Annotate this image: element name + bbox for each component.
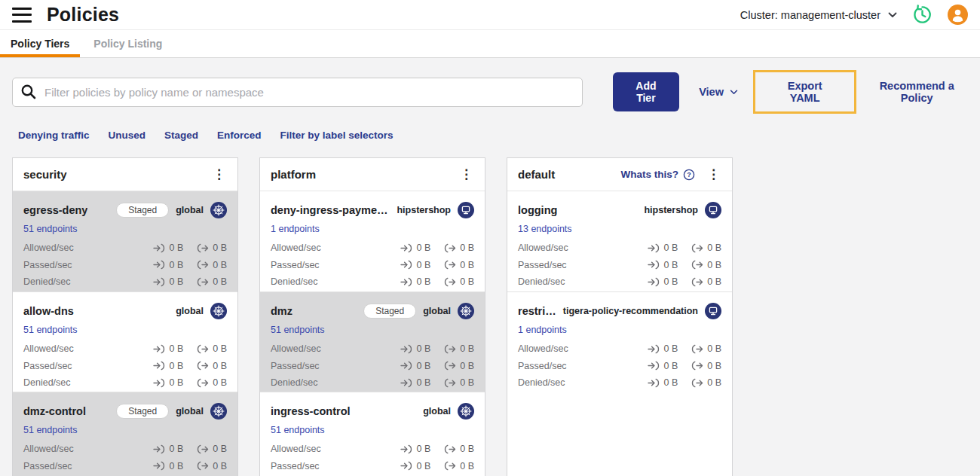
policy-card[interactable]: dmz Staged global bbox=[260, 291, 485, 392]
search-input[interactable] bbox=[12, 78, 583, 107]
endpoints-link[interactable]: 51 endpoints bbox=[23, 325, 78, 335]
filter-by-label-selectors[interactable]: Filter by label selectors bbox=[280, 130, 394, 141]
tier-header-actions: ? ⋮ bbox=[458, 166, 474, 182]
ingress-metric: 0 B bbox=[153, 377, 183, 388]
kebab-menu-icon[interactable]: ⋮ bbox=[706, 166, 721, 182]
ingress-bytes-value: 0 B bbox=[169, 444, 183, 454]
policy-card-top: dmz-control Staged global bbox=[23, 402, 227, 420]
metric-label: Allowed/sec bbox=[271, 444, 321, 454]
egress-metric: 0 B bbox=[197, 377, 227, 388]
endpoints-link[interactable]: 13 endpoints bbox=[518, 224, 572, 234]
add-tier-button[interactable]: Add Tier bbox=[613, 72, 680, 111]
ingress-arrow-icon bbox=[153, 344, 165, 354]
policy-name: dmz-control bbox=[23, 405, 86, 417]
policy-card-top: egress-deny Staged global bbox=[23, 201, 227, 219]
endpoints-link[interactable]: 51 endpoints bbox=[23, 224, 78, 234]
endpoints-link[interactable]: 1 endpoints bbox=[518, 325, 567, 335]
ingress-arrow-icon bbox=[648, 277, 660, 287]
metric-values: 0 B 0 B bbox=[400, 444, 474, 454]
ingress-bytes-value: 0 B bbox=[416, 377, 430, 388]
metric-label: Denied/sec bbox=[23, 276, 71, 287]
view-dropdown-button[interactable]: View bbox=[699, 86, 738, 98]
egress-bytes-value: 0 B bbox=[460, 276, 474, 287]
ingress-arrow-icon bbox=[153, 243, 165, 253]
egress-arrow-icon bbox=[444, 361, 456, 371]
ingress-arrow-icon bbox=[153, 378, 165, 388]
ingress-bytes-value: 0 B bbox=[169, 276, 183, 287]
egress-arrow-icon bbox=[444, 260, 456, 270]
whats-this-link[interactable]: Whats this? ? bbox=[621, 169, 696, 181]
metric-label: Passed/sec bbox=[271, 361, 320, 371]
kebab-menu-icon[interactable]: ⋮ bbox=[458, 166, 474, 182]
metric-row: Allowed/sec 0 B 0 B bbox=[23, 240, 227, 257]
policy-name: ingress-control bbox=[271, 405, 351, 417]
endpoints-link[interactable]: 1 endpoints bbox=[271, 224, 320, 234]
egress-bytes-value: 0 B bbox=[213, 276, 227, 287]
cluster-selector[interactable]: Cluster: management-cluster bbox=[740, 9, 897, 21]
tab-policy-listing[interactable]: Policy Listing bbox=[93, 30, 162, 57]
tab-policy-tiers[interactable]: Policy Tiers bbox=[11, 30, 69, 57]
ingress-metric: 0 B bbox=[153, 361, 183, 371]
hamburger-menu-icon[interactable] bbox=[12, 8, 32, 23]
user-avatar-icon bbox=[948, 5, 968, 25]
egress-arrow-icon bbox=[197, 461, 209, 471]
filter-unused[interactable]: Unused bbox=[109, 130, 146, 141]
namespace-monitor-icon bbox=[705, 303, 721, 319]
endpoints-link[interactable]: 51 endpoints bbox=[23, 425, 78, 435]
export-yaml-button[interactable]: Export YAML bbox=[755, 72, 854, 111]
ingress-arrow-icon bbox=[648, 344, 660, 354]
policy-card[interactable]: allow-dns global bbox=[13, 291, 237, 392]
policy-metrics: Allowed/sec 0 B 0 B Passed/sec bbox=[271, 441, 474, 476]
ingress-metric: 0 B bbox=[648, 377, 678, 388]
policy-card[interactable]: dmz-control Staged global bbox=[13, 392, 237, 476]
ingress-metric: 0 B bbox=[648, 276, 678, 287]
endpoints-link[interactable]: 51 endpoints bbox=[271, 325, 325, 335]
metric-row: Denied/sec 0 B 0 B bbox=[23, 374, 227, 392]
policy-name: allow-dns bbox=[23, 305, 74, 317]
metric-values: 0 B 0 B bbox=[648, 343, 721, 354]
metric-label: Denied/sec bbox=[271, 276, 318, 287]
globe-wheel-icon bbox=[458, 303, 474, 319]
policy-card[interactable]: logging hipstershop bbox=[507, 191, 732, 291]
policy-card[interactable]: restricted tigera-policy-recommendation bbox=[507, 291, 732, 392]
egress-metric: 0 B bbox=[197, 444, 227, 454]
ingress-metric: 0 B bbox=[400, 260, 430, 270]
policy-card[interactable]: ingress-control global bbox=[260, 392, 485, 476]
ingress-bytes-value: 0 B bbox=[663, 276, 678, 287]
policy-metrics: Allowed/sec 0 B 0 B Passed/sec bbox=[23, 240, 227, 291]
metric-label: Allowed/sec bbox=[271, 343, 321, 354]
metric-row: Allowed/sec 0 B 0 B bbox=[23, 340, 227, 358]
egress-arrow-icon bbox=[197, 260, 209, 270]
kebab-menu-icon[interactable]: ⋮ bbox=[211, 166, 227, 182]
policy-card[interactable]: egress-deny Staged global bbox=[13, 191, 237, 291]
filter-denying-traffic[interactable]: Denying traffic bbox=[18, 130, 90, 141]
metric-values: 0 B 0 B bbox=[400, 276, 474, 287]
help-circle-icon: ? bbox=[683, 169, 695, 181]
ingress-arrow-icon bbox=[153, 361, 165, 371]
filter-staged[interactable]: Staged bbox=[164, 130, 198, 141]
metric-row: Passed/sec 0 B 0 B bbox=[518, 257, 721, 274]
whats-this-label: Whats this? bbox=[621, 169, 679, 180]
policy-name: dmz bbox=[271, 305, 292, 317]
recommend-policy-button[interactable]: Recommend a Policy bbox=[865, 80, 968, 104]
user-avatar[interactable] bbox=[948, 5, 968, 25]
policy-card[interactable]: deny-ingress-paymentservi… hipstershop bbox=[260, 191, 485, 291]
ingress-arrow-icon bbox=[648, 243, 660, 253]
egress-bytes-value: 0 B bbox=[213, 343, 227, 354]
egress-metric: 0 B bbox=[197, 361, 227, 371]
egress-metric: 0 B bbox=[691, 343, 721, 354]
policy-card-top: allow-dns global bbox=[23, 302, 227, 320]
filter-enforced[interactable]: Enforced bbox=[217, 130, 262, 141]
egress-bytes-value: 0 B bbox=[213, 361, 227, 371]
metric-row: Allowed/sec 0 B 0 B bbox=[271, 240, 474, 257]
ingress-arrow-icon bbox=[400, 243, 412, 253]
egress-metric: 0 B bbox=[691, 276, 721, 287]
metric-row: Passed/sec 0 B 0 B bbox=[271, 257, 474, 274]
egress-bytes-value: 0 B bbox=[460, 260, 474, 270]
endpoints-link[interactable]: 51 endpoints bbox=[271, 425, 325, 435]
egress-arrow-icon bbox=[197, 243, 209, 253]
history-button[interactable] bbox=[912, 5, 933, 25]
egress-bytes-value: 0 B bbox=[213, 377, 227, 388]
policy-card-top: logging hipstershop bbox=[518, 201, 721, 219]
ingress-metric: 0 B bbox=[400, 243, 430, 253]
